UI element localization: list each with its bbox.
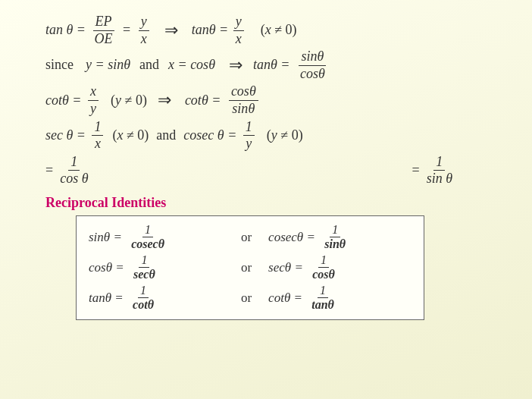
one-tan-frac: 1 tanθ xyxy=(309,284,336,312)
sin-cos-frac: sinθ cosθ xyxy=(298,49,327,82)
x-neq-0-1: (x ≠ 0) xyxy=(261,22,297,39)
ep-oe-frac: EP OE xyxy=(92,14,115,47)
cot-eq-label: cotθ = xyxy=(268,291,305,306)
sec-label-1: sec θ = xyxy=(45,127,89,144)
cosec-label-1: cosec θ = xyxy=(183,127,239,144)
main-container: tan θ = EP OE = y x ⇒ tanθ = y x (x ≠ 0)… xyxy=(0,0,532,399)
x-neq-0-2: (x ≠ 0) xyxy=(112,127,149,144)
y-x-frac-2: y x xyxy=(233,14,244,47)
identity-row-2: cosθ = 1 secθ or secθ = 1 cosθ xyxy=(89,253,412,283)
identity-row-1: sinθ = 1 cosecθ or cosecθ = 1 sinθ xyxy=(89,222,412,253)
row-equals-trig: = 1 cos θ = 1 sin θ xyxy=(45,154,502,187)
y-sin: y = sinθ xyxy=(86,57,130,74)
tan-label-2: tanθ = xyxy=(192,22,232,39)
tan-label-1: tan θ = xyxy=(45,22,89,39)
y-x-frac-1: y x xyxy=(139,14,149,47)
row-cot: cotθ = x y (y ≠ 0) ⇒ cotθ = cosθ sinθ xyxy=(45,83,502,117)
implies-1: ⇒ xyxy=(164,20,178,40)
id-col-right-1: cosecθ = 1 sinθ xyxy=(268,223,412,251)
row-sec-cosec: sec θ = 1 x (x ≠ 0) and cosec θ = 1 y (y… xyxy=(45,119,502,152)
one-cos-frac-box: 1 cosθ xyxy=(310,253,337,281)
one-x-frac: 1 x xyxy=(92,119,103,152)
id-col-left-1: sinθ = 1 cosecθ xyxy=(89,223,232,251)
equals-1: = xyxy=(120,22,134,39)
row-tan-ep: tan θ = EP OE = y x ⇒ tanθ = y x (x ≠ 0) xyxy=(45,14,502,47)
one-y-frac: 1 y xyxy=(243,119,255,152)
implies-2: ⇒ xyxy=(229,55,243,75)
or-3: or xyxy=(241,291,252,306)
y-neq-0-2: (y ≠ 0) xyxy=(267,127,303,144)
one-sin-frac: 1 sin θ xyxy=(424,154,455,187)
one-sec-frac: 1 secθ xyxy=(131,253,158,281)
one-cos-frac: 1 cos θ xyxy=(58,154,90,187)
equals-2: = xyxy=(45,162,53,179)
tan-label-3: tanθ = xyxy=(253,57,293,74)
identity-row-3: tanθ = 1 cotθ or cotθ = 1 tanθ xyxy=(89,283,412,313)
id-col-left-3: tanθ = 1 cotθ xyxy=(89,284,232,312)
id-col-left-2: cosθ = 1 secθ xyxy=(89,253,232,281)
and-label-2: and xyxy=(156,127,176,144)
identity-box: sinθ = 1 cosecθ or cosecθ = 1 sinθ cosθ … xyxy=(76,215,424,320)
id-col-right-2: secθ = 1 cosθ xyxy=(268,253,412,281)
implies-3: ⇒ xyxy=(158,90,171,110)
or-2: or xyxy=(241,260,252,275)
row-since: since y = sinθ and x = cosθ ⇒ tanθ = sin… xyxy=(45,49,502,82)
cos-eq-label: cosθ = xyxy=(89,260,127,275)
y-neq-0-1: (y ≠ 0) xyxy=(111,93,147,109)
and-label: and xyxy=(139,57,159,74)
x-y-frac: x y xyxy=(88,83,99,117)
sec-eq-label: secθ = xyxy=(268,260,306,275)
since-label: since xyxy=(45,57,74,74)
x-cos: x = cosθ xyxy=(168,57,215,74)
one-cot-frac: 1 cotθ xyxy=(130,284,156,312)
cosec-eq-label: cosecθ = xyxy=(268,230,318,245)
cot-label-2: cotθ = xyxy=(185,93,224,109)
sin-eq-label: sinθ = xyxy=(89,230,125,245)
one-cosec-frac: 1 cosecθ xyxy=(129,223,167,251)
tan-eq-label: tanθ = xyxy=(89,291,127,306)
cot-label-1: cotθ = xyxy=(45,93,85,109)
one-sin-frac-box: 1 sinθ xyxy=(322,223,348,251)
cos-sin-frac: cosθ sinθ xyxy=(229,83,258,117)
section-title: Reciprocal Identities xyxy=(45,195,502,211)
id-col-right-3: cotθ = 1 tanθ xyxy=(268,284,412,312)
equals-3: = xyxy=(412,162,419,179)
or-1: or xyxy=(241,230,252,245)
